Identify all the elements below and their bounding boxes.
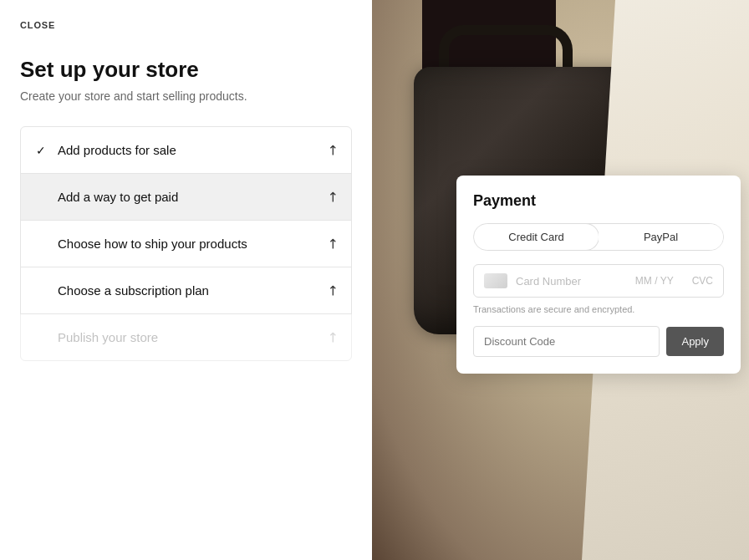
apply-button[interactable]: Apply [666, 327, 724, 356]
payment-card: Payment Credit Card PayPal Card Number M… [456, 176, 741, 374]
tab-paypal[interactable]: PayPal [599, 224, 723, 250]
step-add-products[interactable]: ✓ Add products for sale [20, 126, 352, 174]
steps-list: ✓ Add products for sale Add a way to get… [20, 126, 352, 360]
step-arrow-icon [323, 187, 342, 206]
card-brand-icon [484, 273, 507, 288]
step-publish[interactable]: Publish your store [20, 313, 352, 361]
payment-title: Payment [473, 192, 724, 210]
step-label: Choose a subscription plan [58, 283, 209, 298]
step-label: Add products for sale [58, 143, 176, 157]
card-number-placeholder: Card Number [516, 275, 627, 288]
step-subscription[interactable]: Choose a subscription plan [20, 267, 352, 314]
close-button[interactable]: CLOSE [20, 20, 352, 30]
secure-text: Transactions are secure and encrypted. [473, 304, 724, 314]
step-add-payment[interactable]: Add a way to get paid [20, 173, 352, 221]
step-left: ✓ Add products for sale [34, 143, 176, 157]
card-cvc-placeholder: CVC [692, 275, 713, 287]
step-left: Add a way to get paid [34, 190, 178, 204]
step-shipping[interactable]: Choose how to ship your products [20, 220, 352, 267]
step-arrow-icon [323, 281, 342, 300]
right-panel: Payment Credit Card PayPal Card Number M… [372, 0, 749, 560]
discount-code-input[interactable] [473, 326, 660, 357]
card-number-row: Card Number MM / YY CVC [473, 264, 724, 298]
step-label: Choose how to ship your products [58, 237, 247, 251]
page-title: Set up your store [20, 57, 352, 83]
step-label: Publish your store [58, 330, 158, 344]
step-arrow-icon [323, 140, 342, 160]
tab-credit-card[interactable]: Credit Card [474, 224, 599, 250]
step-arrow-icon [323, 234, 342, 253]
discount-row: Apply [473, 326, 724, 357]
step-label: Add a way to get paid [58, 190, 178, 204]
page-subtitle: Create your store and start selling prod… [20, 89, 352, 103]
step-left: Choose a subscription plan [34, 283, 209, 298]
step-arrow-icon [323, 328, 342, 347]
left-panel: CLOSE Set up your store Create your stor… [0, 0, 372, 560]
step-check-icon: ✓ [34, 144, 48, 157]
payment-tabs: Credit Card PayPal [473, 223, 724, 251]
step-left: Choose how to ship your products [34, 237, 247, 251]
step-left: Publish your store [34, 330, 158, 344]
card-expiry-placeholder: MM / YY [635, 275, 674, 287]
